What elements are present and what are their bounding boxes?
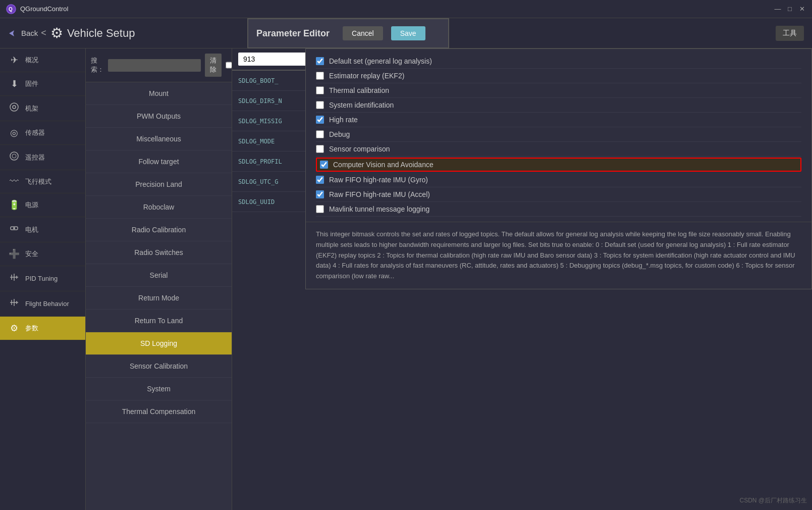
checkbox-item-debug: Debug bbox=[316, 127, 801, 142]
sidebar-item-firmware[interactable]: ⬇ 固件 bbox=[0, 72, 85, 96]
param-name-4: SDLOG_PROFIL bbox=[232, 154, 303, 169]
sidebar-item-safety-label: 安全 bbox=[25, 249, 38, 259]
sidebar-item-pid-tuning[interactable]: PID Tuning bbox=[0, 266, 85, 291]
param-row-5[interactable]: SDLOG_UTC_G bbox=[232, 172, 305, 192]
sub-panel-item-roboclaw[interactable]: Roboclaw bbox=[86, 196, 232, 219]
sidebar-item-summary-label: 概况 bbox=[25, 56, 38, 65]
sub-panel-item-sd-logging[interactable]: SD Logging bbox=[86, 332, 232, 355]
checkbox-list: Default set (general log analysis) Estim… bbox=[306, 49, 811, 222]
svg-point-3 bbox=[10, 103, 18, 111]
cancel-button[interactable]: Cancel bbox=[343, 26, 383, 40]
param-row-4[interactable]: SDLOG_PROFIL bbox=[232, 151, 305, 172]
checkbox-sensor-comparison[interactable] bbox=[316, 145, 324, 153]
sidebar-item-flight-modes[interactable]: 〰 飞行模式 bbox=[0, 170, 85, 193]
param-value-input[interactable] bbox=[238, 53, 314, 66]
search-checkbox[interactable] bbox=[226, 61, 232, 69]
checkbox-computer-vision[interactable] bbox=[320, 161, 328, 169]
sub-panel-item-serial[interactable]: Serial bbox=[86, 264, 232, 287]
watermark: CSDN @后厂村路练习生 bbox=[739, 496, 807, 505]
tools-button[interactable]: 工具 bbox=[776, 26, 804, 41]
sidebar-item-motors[interactable]: 电机 bbox=[0, 217, 85, 242]
param-editor-bar: Parameter Editor Cancel Save bbox=[247, 18, 449, 48]
motors-icon bbox=[8, 223, 20, 236]
checkbox-debug[interactable] bbox=[316, 130, 324, 138]
checkbox-label-default-set: Default set (general log analysis) bbox=[329, 57, 432, 65]
clear-button[interactable]: 清除 bbox=[205, 54, 222, 77]
sub-panel: 搜索： 清除 Mount PWM Outputs Miscellaneous F… bbox=[86, 48, 232, 510]
sidebar-item-power-label: 电源 bbox=[25, 200, 38, 210]
param-row-0[interactable]: SDLOG_BOOT_ bbox=[232, 71, 305, 91]
sidebar-item-safety[interactable]: ➕ 安全 bbox=[0, 242, 85, 266]
checkbox-item-default-set: Default set (general log analysis) bbox=[316, 54, 801, 69]
checkbox-label-raw-fifo-accel: Raw FIFO high-rate IMU (Accel) bbox=[329, 190, 430, 198]
checkbox-raw-fifo-gyro[interactable] bbox=[316, 176, 324, 184]
airframe-icon bbox=[8, 102, 20, 115]
save-button[interactable]: Save bbox=[391, 26, 425, 40]
checkbox-label-raw-fifo-gyro: Raw FIFO high-rate IMU (Gyro) bbox=[329, 176, 428, 184]
checkbox-item-system-identification: System identification bbox=[316, 98, 801, 113]
app-logo: Q bbox=[6, 4, 16, 14]
minimize-button[interactable]: — bbox=[774, 5, 782, 13]
checkbox-label-computer-vision: Computer Vision and Avoidance bbox=[333, 161, 434, 169]
sub-panel-item-mount[interactable]: Mount bbox=[86, 82, 232, 105]
param-editor-title: Parameter Editor bbox=[256, 28, 330, 39]
sub-panel-item-system[interactable]: System bbox=[86, 378, 232, 400]
checkbox-system-identification[interactable] bbox=[316, 101, 324, 109]
firmware-icon: ⬇ bbox=[8, 78, 20, 89]
sidebar-item-radio-label: 遥控器 bbox=[25, 153, 45, 162]
sub-panel-item-pwm-outputs[interactable]: PWM Outputs bbox=[86, 105, 232, 128]
checkbox-mavlink-tunnel[interactable] bbox=[316, 205, 324, 213]
params-icon: ⚙ bbox=[8, 323, 20, 334]
sidebar-item-sensors[interactable]: ◎ 传感器 bbox=[0, 121, 85, 145]
param-row-1[interactable]: SDLOG_DIRS_N bbox=[232, 91, 305, 111]
sub-panel-item-precision-land[interactable]: Precision Land bbox=[86, 173, 232, 196]
checkbox-thermal-calibration[interactable] bbox=[316, 86, 324, 94]
checkbox-default-set[interactable] bbox=[316, 57, 324, 65]
sub-panel-item-radio-calibration[interactable]: Radio Calibration bbox=[86, 219, 232, 241]
sub-panel-item-radio-switches[interactable]: Radio Switches bbox=[86, 241, 232, 264]
checkbox-item-raw-fifo-accel: Raw FIFO high-rate IMU (Accel) bbox=[316, 187, 801, 202]
search-input[interactable] bbox=[108, 59, 201, 72]
sub-panel-item-follow-target[interactable]: Follow target bbox=[86, 150, 232, 173]
param-name-3: SDLOG_MODE bbox=[232, 134, 303, 149]
pid-tuning-icon bbox=[8, 272, 20, 285]
checkbox-label-system-identification: System identification bbox=[329, 101, 394, 109]
sidebar-item-flight-behavior[interactable]: Flight Behavior bbox=[0, 291, 85, 317]
close-button[interactable]: ✕ bbox=[798, 5, 806, 13]
sidebar-item-summary[interactable]: ✈ 概况 bbox=[0, 48, 85, 72]
param-row-6[interactable]: SDLOG_UUID bbox=[232, 192, 305, 212]
checkbox-high-rate[interactable] bbox=[316, 116, 324, 124]
checkbox-label-debug: Debug bbox=[329, 130, 350, 138]
svg-text:Q: Q bbox=[9, 7, 13, 12]
param-row-3[interactable]: SDLOG_MODE bbox=[232, 131, 305, 151]
search-label: 搜索： bbox=[91, 56, 104, 74]
sub-panel-item-return-to-land[interactable]: Return To Land bbox=[86, 310, 232, 332]
sidebar-item-flight-modes-label: 飞行模式 bbox=[25, 177, 51, 186]
param-name-1: SDLOG_DIRS_N bbox=[232, 93, 303, 109]
sidebar-item-radio[interactable]: 遥控器 bbox=[0, 145, 85, 170]
sub-panel-item-thermal-compensation[interactable]: Thermal Compensation bbox=[86, 400, 232, 423]
back-button[interactable]: Back < bbox=[8, 28, 46, 38]
sidebar-item-airframe[interactable]: 机架 bbox=[0, 96, 85, 121]
sidebar-item-params[interactable]: ⚙ 参数 bbox=[0, 317, 85, 340]
checkbox-item-estimator-replay: Estimator replay (EKF2) bbox=[316, 69, 801, 83]
sidebar-item-pid-tuning-label: PID Tuning bbox=[25, 275, 58, 282]
sensors-icon: ◎ bbox=[8, 127, 20, 138]
sub-panel-item-return-mode[interactable]: Return Mode bbox=[86, 287, 232, 310]
checkbox-raw-fifo-accel[interactable] bbox=[316, 190, 324, 198]
separator: < bbox=[41, 28, 46, 38]
description-text: This integer bitmask controls the set an… bbox=[306, 222, 811, 289]
sidebar-item-motors-label: 电机 bbox=[25, 225, 38, 234]
flight-modes-icon: 〰 bbox=[8, 176, 20, 187]
sub-panel-item-sensor-calibration[interactable]: Sensor Calibration bbox=[86, 355, 232, 378]
param-name-0: SDLOG_BOOT_ bbox=[232, 73, 303, 88]
checkbox-estimator-replay[interactable] bbox=[316, 72, 324, 80]
param-name-2: SDLOG_MISSIG bbox=[232, 114, 303, 129]
checkbox-label-sensor-comparison: Sensor comparison bbox=[329, 145, 390, 153]
sub-panel-item-miscellaneous[interactable]: Miscellaneous bbox=[86, 128, 232, 150]
sidebar-item-power[interactable]: 🔋 电源 bbox=[0, 193, 85, 217]
back-label: Back bbox=[21, 29, 38, 37]
param-name-6: SDLOG_UUID bbox=[232, 194, 303, 210]
param-row-2[interactable]: SDLOG_MISSIG bbox=[232, 111, 305, 131]
maximize-button[interactable]: □ bbox=[786, 5, 794, 13]
